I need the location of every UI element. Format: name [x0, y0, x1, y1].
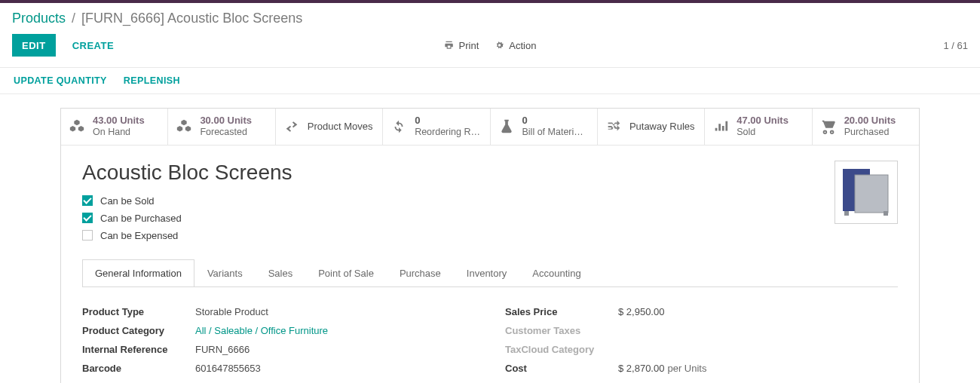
subaction-row: UPDATE QUANTITY REPLENISH	[0, 67, 980, 94]
form-col-right: Sales Price$ 2,950.00 Customer Taxes Tax…	[505, 302, 898, 383]
stat-on-hand[interactable]: 43.00 UnitsOn Hand	[61, 109, 168, 145]
can-be-expensed-row[interactable]: Can be Expensed	[82, 230, 819, 241]
stat-bom[interactable]: 0Bill of Materi…	[491, 109, 598, 145]
product-title: Acoustic Bloc Screens	[82, 161, 819, 185]
stat-val: 0	[522, 115, 583, 127]
action-center: Print Action	[444, 40, 537, 51]
stat-forecasted[interactable]: 30.00 UnitsForecasted	[168, 109, 275, 145]
stat-putaway[interactable]: Putaway Rules	[598, 109, 705, 145]
value-cost: $ 2,870.00per Units	[618, 363, 898, 374]
pager[interactable]: 1 / 61	[943, 40, 968, 51]
breadcrumb: Products / [FURN_6666] Acoustic Bloc Scr…	[0, 3, 980, 32]
stat-label: Purchased	[844, 127, 896, 139]
tab-divider	[82, 286, 898, 287]
value-barcode: 601647855653	[195, 363, 475, 374]
print-icon	[444, 40, 455, 51]
label-cost: Cost	[505, 363, 618, 374]
check-label: Can be Expensed	[100, 230, 178, 241]
form-body: Product TypeStorable Product Product Cat…	[61, 287, 919, 383]
label-customer-taxes: Customer Taxes	[505, 325, 618, 336]
check-label: Can be Purchased	[100, 213, 182, 224]
stat-label: Forecasted	[200, 127, 252, 139]
value-product-type: Storable Product	[195, 306, 475, 317]
action-dropdown[interactable]: Action	[494, 40, 536, 51]
svg-rect-4	[884, 211, 888, 216]
value-product-category[interactable]: All / Saleable / Office Furniture	[195, 325, 475, 336]
stat-product-moves[interactable]: Product Moves	[276, 109, 383, 145]
print-button[interactable]: Print	[444, 40, 479, 51]
form-col-left: Product TypeStorable Product Product Cat…	[82, 302, 475, 383]
replenish-button[interactable]: REPLENISH	[124, 75, 180, 86]
cost-amount: $ 2,870.00	[618, 363, 664, 374]
stat-row: 43.00 UnitsOn Hand 30.00 UnitsForecasted…	[61, 109, 919, 146]
value-customer-taxes	[618, 325, 898, 336]
value-internal-ref: FURN_6666	[195, 344, 475, 355]
product-thumb-icon	[838, 164, 894, 220]
flask-icon	[498, 118, 515, 135]
stat-val: 43.00 Units	[93, 115, 145, 127]
svg-rect-1	[855, 175, 888, 213]
update-quantity-button[interactable]: UPDATE QUANTITY	[14, 75, 107, 86]
boxes-icon	[176, 118, 192, 135]
tab-purchase[interactable]: Purchase	[387, 259, 454, 286]
swap-icon	[283, 118, 300, 135]
stat-val: 30.00 Units	[200, 115, 252, 127]
tab-variants[interactable]: Variants	[194, 259, 256, 286]
action-label: Action	[509, 40, 536, 51]
can-be-sold-row[interactable]: Can be Sold	[82, 195, 819, 207]
tab-pos[interactable]: Point of Sale	[305, 259, 387, 286]
gear-icon	[494, 40, 504, 51]
action-row: EDIT CREATE Print Action 1 / 61	[0, 32, 980, 67]
checkbox-checked-icon	[82, 195, 93, 206]
stat-purchased[interactable]: 20.00 UnitsPurchased	[813, 109, 919, 145]
tab-sales[interactable]: Sales	[256, 259, 306, 286]
boxes-icon	[69, 118, 85, 135]
label-sales-price: Sales Price	[505, 306, 618, 317]
checkbox-checked-icon	[82, 213, 93, 223]
refresh-icon	[390, 118, 407, 135]
tab-inventory[interactable]: Inventory	[454, 259, 519, 286]
shuffle-icon	[605, 118, 622, 135]
svg-rect-3	[844, 211, 849, 216]
breadcrumb-sep: /	[72, 11, 75, 26]
bars-icon	[712, 118, 729, 135]
label-product-category: Product Category	[82, 325, 195, 336]
cart-icon	[820, 118, 837, 135]
breadcrumb-root[interactable]: Products	[12, 11, 66, 26]
stat-val: 0	[415, 115, 480, 127]
stat-label: Reordering R…	[415, 127, 480, 139]
label-internal-ref: Internal Reference	[82, 344, 195, 355]
stat-sold[interactable]: 47.00 UnitsSold	[705, 109, 812, 145]
stat-reordering[interactable]: 0Reordering R…	[383, 109, 490, 145]
stat-label: Sold	[737, 127, 789, 139]
label-product-type: Product Type	[82, 306, 195, 317]
label-barcode: Barcode	[82, 363, 195, 374]
product-image[interactable]	[835, 161, 898, 224]
value-taxcloud	[618, 344, 898, 355]
stat-val: 20.00 Units	[844, 115, 896, 127]
stat-label: On Hand	[93, 127, 145, 139]
form-sheet: 43.00 UnitsOn Hand 30.00 UnitsForecasted…	[60, 108, 920, 383]
cost-per: per Units	[667, 363, 706, 374]
stat-label: Bill of Materi…	[522, 127, 583, 139]
tab-general[interactable]: General Information	[82, 259, 194, 286]
check-label: Can be Sold	[100, 195, 155, 207]
stat-label: Putaway Rules	[629, 121, 695, 133]
print-label: Print	[459, 40, 479, 51]
checkbox-empty-icon	[82, 230, 93, 241]
tab-accounting[interactable]: Accounting	[519, 259, 593, 286]
label-taxcloud: TaxCloud Category	[505, 344, 618, 355]
tabs: General Information Variants Sales Point…	[61, 252, 919, 286]
create-button[interactable]: CREATE	[63, 34, 123, 57]
value-sales-price: $ 2,950.00	[618, 306, 898, 317]
can-be-purchased-row[interactable]: Can be Purchased	[82, 213, 819, 224]
edit-button[interactable]: EDIT	[12, 34, 56, 57]
breadcrumb-current: [FURN_6666] Acoustic Bloc Screens	[81, 11, 302, 26]
form-header: Acoustic Bloc Screens Can be Sold Can be…	[61, 146, 919, 252]
stat-val: 47.00 Units	[737, 115, 789, 127]
stat-label: Product Moves	[308, 121, 373, 133]
